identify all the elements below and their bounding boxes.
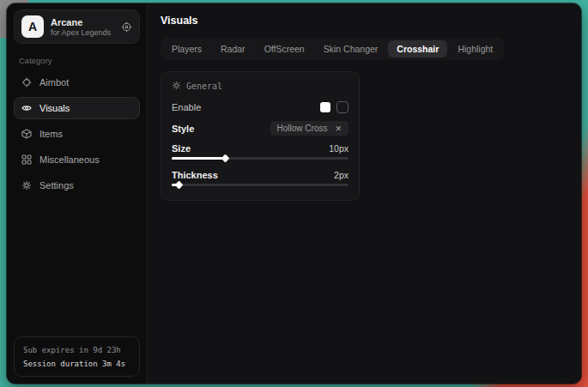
style-chip[interactable]: Hollow Cross ✕ [270,121,349,136]
size-row: Size 10px [172,143,349,154]
color-swatch[interactable] [320,102,330,112]
thickness-row: Thickness 2px [172,170,349,180]
size-slider[interactable] [172,157,349,160]
general-panel: General Enable Style Hollow Cross ✕ [161,71,360,201]
sidebar-item-aimbot[interactable]: Aimbot [14,71,140,94]
enable-label: Enable [172,102,201,112]
sidebar-item-items[interactable]: Items [14,123,140,145]
sidebar-spacer [7,198,147,330]
tab-players[interactable]: Players [163,40,210,57]
sidebar-item-settings[interactable]: Settings [14,174,140,197]
thickness-slider[interactable] [172,184,349,186]
tab-offscreen[interactable]: OffScreen [256,40,313,57]
thickness-label: Thickness [172,170,218,180]
arcane-window: A Arcane for Apex Legends Category [7,3,581,384]
sidebar-item-label: Settings [39,180,74,190]
grid-icon [21,154,32,165]
tab-skin-changer[interactable]: Skin Changer [315,40,387,57]
app-logo: A [21,15,44,38]
eye-icon [21,103,32,113]
style-value: Hollow Cross [277,124,328,133]
gear-icon [172,81,181,92]
app-header-card: A Arcane for Apex Legends [14,9,140,44]
page-title: Visuals [161,15,568,27]
thickness-slider-thumb[interactable] [175,181,184,190]
sidebar-item-visuals[interactable]: Visuals [14,97,140,119]
enable-controls [320,101,349,113]
sidebar-item-label: Visuals [39,103,70,113]
main-content: Visuals Players Radar OffScreen Skin Cha… [148,3,581,384]
box-icon [21,129,32,139]
app-subtitle: for Apex Legends [51,28,111,37]
session-duration-text: Session duration 3m 4s [23,358,130,370]
enable-checkbox[interactable] [336,101,349,113]
enable-row: Enable [172,101,349,113]
category-label: Category [19,56,135,65]
tab-crosshair[interactable]: Crosshair [388,40,447,57]
target-icon[interactable] [121,21,132,33]
style-row: Style Hollow Cross ✕ [172,121,349,136]
sidebar: A Arcane for Apex Legends Category [7,3,148,384]
style-label: Style [172,124,194,134]
section-title: General [186,82,222,91]
size-slider-fill [172,157,225,160]
size-slider-thumb[interactable] [221,154,229,163]
tab-radar[interactable]: Radar [212,40,254,57]
sidebar-item-label: Aimbot [39,77,69,88]
app-title: Arcane [51,17,111,27]
desktop-background: A Arcane for Apex Legends Category [0,0,588,387]
tab-highlight[interactable]: Highlight [449,40,501,57]
crosshair-icon [21,77,32,88]
visuals-tab-bar: Players Radar OffScreen Skin Changer Cro… [161,38,504,60]
thickness-slider-fill [172,184,179,186]
thickness-value: 2px [334,170,349,180]
general-section-header: General [172,81,349,92]
size-value: 10px [329,143,349,154]
sub-expiry-text: Sub expires in 9d 23h [23,343,130,357]
remove-style-icon[interactable]: ✕ [335,124,342,133]
size-label: Size [172,143,191,154]
sidebar-item-label: Items [39,129,63,139]
app-text: Arcane for Apex Legends [51,17,111,37]
gear-icon [21,180,32,190]
sidebar-item-label: Miscellaneous [39,154,100,165]
sidebar-item-miscellaneous[interactable]: Miscellaneous [14,148,140,171]
subscription-info-card: Sub expires in 9d 23h Session duration 3… [14,336,140,377]
